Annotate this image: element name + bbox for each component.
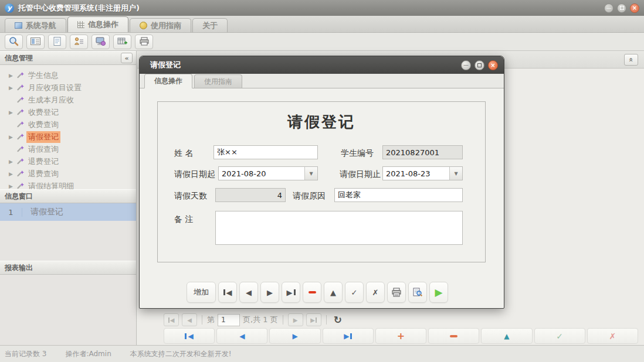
info-window-list-item[interactable]: 1 请假登记 [0,203,136,221]
last-icon [350,333,352,339]
record-count-label: 当前记录数 3 [5,349,46,359]
expand-arrow-icon[interactable]: ▶ [9,134,16,140]
record-edit-button[interactable]: ▲ [481,328,532,344]
minus-icon [309,291,316,293]
record-next-button[interactable]: ▶ [269,328,320,344]
record-last-button[interactable]: ▶ [323,328,374,344]
tree-item-label[interactable]: 月应收项目设置 [26,82,83,94]
tree-item[interactable]: ▶ 生成本月应收 [0,94,136,106]
pager-bar: ◀ ◀ 第 页,共 1 页 ▶ ▶ ↻ [164,312,342,327]
table-add-button[interactable] [113,35,131,49]
expand-arrow-icon[interactable]: ▶ [9,73,16,78]
last-record-button[interactable]: ▶ [282,282,300,303]
print-button[interactable] [135,35,153,49]
name-input[interactable] [213,145,318,159]
wand-icon [16,133,26,141]
tree-item[interactable]: ▶ 收费登记 [0,106,136,118]
days-label: 请假天数 [174,191,207,202]
date-to-input[interactable] [383,167,449,180]
record-confirm-button[interactable]: ✓ [534,328,585,344]
pager-next-button[interactable]: ▶ [288,313,303,326]
prev-record-button[interactable]: ◀ [239,282,258,303]
tree-item-label[interactable]: 生成本月应收 [26,94,76,106]
tree-item-label[interactable]: 学生信息 [26,70,60,81]
up-icon: ▲ [330,288,336,297]
tree-item-label[interactable]: 退费查询 [26,168,60,180]
record-cancel-button[interactable]: ✗ [587,328,638,344]
tree-item[interactable]: ▶ 学生信息 [0,69,136,81]
dialog-maximize-button[interactable] [474,60,484,70]
wand-icon [16,108,26,116]
tab-info-operation[interactable]: 信息操作 [67,16,128,32]
student-id-label: 学生编号 [341,148,374,159]
pager-last-button[interactable]: ▶ [306,313,321,326]
record-first-button[interactable]: ◀ [164,328,215,344]
dialog-tab-info-operation[interactable]: 信息操作 [144,74,192,88]
monitor-button[interactable] [91,35,110,49]
expand-arrow-icon[interactable]: ▶ [9,85,16,91]
cancel-button[interactable]: ✗ [366,282,385,303]
main-tab-bar: 系统导航 信息操作 使用指南 关于 [0,16,644,33]
panel-collapse-up-button[interactable]: « [624,54,638,66]
record-delete-button[interactable] [428,328,479,344]
wand-icon [16,96,26,104]
form-view-button[interactable] [26,35,45,49]
panel-title: 信息管理 [5,53,33,63]
record-nav-bar: ◀ ◀ ▶ ▶ + ▲ ✓ ✗ [164,328,638,344]
date-to-dropdown-button[interactable]: ▼ [449,167,462,180]
tree-item[interactable]: ▶ 退费登记 [0,155,136,168]
tree-item-label[interactable]: 请假登记 [26,131,60,143]
pager-first-button[interactable]: ◀ [164,313,179,326]
print-preview-button[interactable] [408,282,427,303]
expand-arrow-icon[interactable]: ▶ [9,110,16,115]
dialog-tab-user-guide[interactable]: 使用指南 [194,74,242,88]
print-record-button[interactable] [387,282,406,303]
tree-item-label[interactable]: 收费登记 [26,107,60,118]
expand-arrow-icon[interactable]: ▶ [9,183,16,189]
expand-arrow-icon[interactable]: ▶ [9,159,16,165]
operator-label: 操作者:Admin [65,349,111,359]
pager-prev-button[interactable]: ◀ [182,313,197,326]
page-number-input[interactable] [218,314,240,326]
user-settings-button[interactable] [70,35,88,49]
tab-system-navigation[interactable]: 系统导航 [5,18,66,32]
sidebar-collapse-button[interactable]: « [121,53,133,63]
tab-about[interactable]: 关于 [192,18,228,32]
first-record-button[interactable]: ◀ [218,282,237,303]
close-button[interactable]: × [630,4,639,13]
cross-icon: ✗ [609,332,616,341]
record-prev-button[interactable]: ◀ [216,328,267,344]
refresh-icon[interactable]: ↻ [334,314,342,326]
tree-item[interactable]: ▶ 请假查询 [0,143,136,155]
search-button[interactable] [5,35,23,49]
date-from-dropdown-button[interactable]: ▼ [304,167,317,180]
tree-item-label[interactable]: 退费登记 [26,156,60,168]
tree-item-label[interactable]: 收费查询 [26,119,60,131]
app-logo-icon: y [5,4,14,13]
tab-user-guide[interactable]: 使用指南 [130,18,191,32]
monitor-globe-icon [95,36,107,47]
dialog-close-button[interactable]: × [488,60,498,70]
edit-record-button[interactable]: ▲ [324,282,343,303]
tree-item-label[interactable]: 请假查询 [26,144,60,155]
list-item-label: 请假登记 [22,207,63,217]
delete-record-button[interactable] [303,282,321,303]
minimize-button[interactable]: — [604,4,614,13]
confirm-button[interactable]: ✓ [345,282,364,303]
tree-item[interactable]: ▶ 请假登记 [0,131,136,143]
remark-textarea[interactable] [215,211,463,245]
tree-item[interactable]: ▶ 退费查询 [0,168,136,180]
add-button[interactable]: 增加 [187,282,216,303]
expand-arrow-icon[interactable]: ▶ [9,171,16,177]
wand-icon [16,71,26,79]
next-record-button[interactable]: ▶ [260,282,279,303]
dialog-minimize-button[interactable]: — [461,60,471,70]
reason-input[interactable] [334,188,463,202]
date-from-input[interactable] [219,167,304,180]
document-button[interactable] [48,35,66,49]
maximize-button[interactable] [617,4,626,13]
record-add-button[interactable]: + [375,328,426,344]
tree-item[interactable]: ▶ 月应收项目设置 [0,81,136,94]
execute-button[interactable]: ▶ [429,282,448,303]
tree-item[interactable]: ▶ 收费查询 [0,118,136,131]
